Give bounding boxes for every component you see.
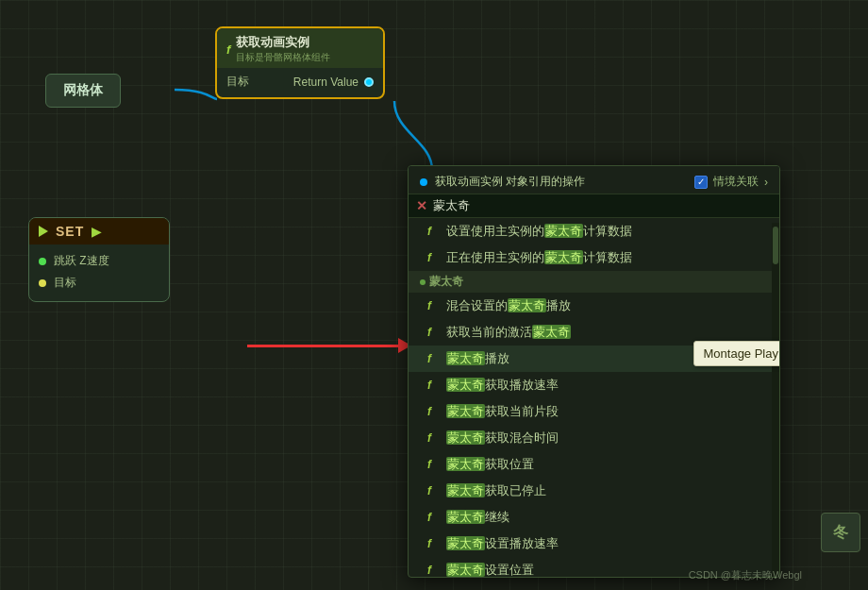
search-bar[interactable]: ✕ bbox=[409, 194, 779, 218]
context-arrow: › bbox=[764, 176, 768, 189]
func-icon-9: f bbox=[427, 458, 441, 471]
menu-item-1[interactable]: f 设置使用主实例的蒙太奇计算数据 bbox=[409, 218, 779, 244]
func-icon-5: f bbox=[427, 352, 441, 365]
menu-item-11[interactable]: f 蒙太奇继续 bbox=[409, 504, 779, 531]
menu-item-7[interactable]: f 蒙太奇获取当前片段 bbox=[409, 398, 779, 425]
highlight-11: 蒙太奇 bbox=[446, 510, 485, 524]
menu-item-6-text: 蒙太奇获取播放速率 bbox=[446, 377, 559, 394]
highlight-13: 蒙太奇 bbox=[446, 563, 485, 577]
menu-item-12-text: 蒙太奇设置播放速率 bbox=[446, 535, 559, 552]
section-dot bbox=[420, 279, 426, 285]
panel-header-left: 获取动画实例 对象引用的操作 bbox=[420, 174, 585, 190]
node-getanim-subtitle: 目标是骨骼网格体组件 bbox=[236, 51, 330, 64]
context-panel: 获取动画实例 对象引用的操作 ✓ 情境关联 › ✕ f 设置使用主实例的蒙太奇计… bbox=[408, 165, 780, 578]
menu-item-12[interactable]: f 蒙太奇设置播放速率 bbox=[409, 531, 779, 557]
panel-scrollbar[interactable] bbox=[772, 223, 779, 577]
menu-item-2-text: 正在使用主实例的蒙太奇计算数据 bbox=[446, 249, 632, 266]
menu-item-3[interactable]: f 混合设置的蒙太奇播放 bbox=[409, 293, 779, 319]
dot-green-1 bbox=[39, 258, 46, 265]
menu-item-1-text: 设置使用主实例的蒙太奇计算数据 bbox=[446, 223, 632, 240]
node-getanim[interactable]: f 获取动画实例 目标是骨骼网格体组件 目标 Return Value bbox=[215, 26, 385, 99]
menu-item-13-text: 蒙太奇设置位置 bbox=[446, 562, 534, 577]
set-row-2-label: 目标 bbox=[54, 275, 76, 291]
watermark-box: 冬 bbox=[821, 513, 860, 552]
menu-item-3-text: 混合设置的蒙太奇播放 bbox=[446, 297, 571, 314]
func-icon-6: f bbox=[427, 379, 441, 392]
highlight-9: 蒙太奇 bbox=[446, 457, 485, 471]
menu-item-9-text: 蒙太奇获取位置 bbox=[446, 456, 534, 473]
section-divider: 蒙太奇 bbox=[409, 271, 779, 293]
menu-item-9[interactable]: f 蒙太奇获取位置 bbox=[409, 451, 779, 478]
set-row-1-label: 跳跃 Z速度 bbox=[54, 253, 109, 269]
output-port bbox=[364, 77, 374, 87]
scroll-thumb bbox=[773, 227, 778, 264]
set-title: SET bbox=[56, 224, 84, 239]
node-set[interactable]: SET ▶ 跳跃 Z速度 目标 bbox=[28, 217, 170, 302]
panel-header-right: ✓ 情境关联 › bbox=[694, 174, 768, 190]
func-icon-4: f bbox=[427, 326, 441, 339]
menu-item-2[interactable]: f 正在使用主实例的蒙太奇计算数据 bbox=[409, 244, 779, 271]
highlight-12: 蒙太奇 bbox=[446, 536, 485, 550]
func-icon-10: f bbox=[427, 484, 441, 497]
node-set-body: 跳跃 Z速度 目标 bbox=[29, 244, 169, 301]
section-title: 蒙太奇 bbox=[429, 274, 463, 290]
node-getanim-header: f 获取动画实例 目标是骨骼网格体组件 bbox=[217, 28, 383, 68]
func-icon-8: f bbox=[427, 431, 441, 445]
tooltip-text: Montage Play bbox=[704, 346, 779, 361]
port-return-label: Return Value bbox=[293, 76, 359, 89]
tooltip-box: Montage Play bbox=[693, 341, 781, 366]
menu-item-11-text: 蒙太奇继续 bbox=[446, 509, 509, 526]
context-label: 情境关联 bbox=[713, 174, 759, 190]
set-row-1: 跳跃 Z速度 bbox=[39, 250, 159, 272]
panel-header: 获取动画实例 对象引用的操作 ✓ 情境关联 › bbox=[409, 166, 779, 194]
exec-out-arrow: ▶ bbox=[92, 224, 102, 239]
watermark-icon: 冬 bbox=[833, 523, 848, 543]
highlight-10: 蒙太奇 bbox=[446, 483, 485, 497]
context-dot bbox=[420, 178, 427, 186]
node-set-header: SET ▶ bbox=[29, 218, 169, 244]
node-getanim-body: 目标 Return Value bbox=[217, 68, 383, 97]
func-icon: f bbox=[226, 42, 230, 57]
node-mesh[interactable]: 网格体 bbox=[45, 74, 121, 108]
search-input[interactable] bbox=[433, 199, 772, 213]
port-right: Return Value bbox=[293, 76, 374, 89]
exec-in-arrow bbox=[39, 226, 48, 237]
port-target-label: 目标 bbox=[226, 74, 249, 90]
menu-item-4-text: 获取当前的激活蒙太奇 bbox=[446, 324, 571, 341]
highlight-8: 蒙太奇 bbox=[446, 430, 485, 445]
highlight-1: 蒙太奇 bbox=[544, 224, 583, 238]
func-icon-7: f bbox=[427, 405, 441, 418]
set-row-2: 目标 bbox=[39, 272, 159, 294]
func-icon-1: f bbox=[427, 225, 441, 238]
func-icon-3: f bbox=[427, 299, 441, 312]
func-icon-2: f bbox=[427, 251, 441, 264]
menu-item-8-text: 蒙太奇获取混合时间 bbox=[446, 430, 559, 447]
func-icon-12: f bbox=[427, 537, 441, 550]
menu-item-6[interactable]: f 蒙太奇获取播放速率 bbox=[409, 372, 779, 398]
menu-item-5-text: 蒙太奇播放 bbox=[446, 350, 509, 367]
highlight-6: 蒙太奇 bbox=[446, 378, 485, 392]
highlight-3: 蒙太奇 bbox=[508, 298, 546, 312]
highlight-2: 蒙太奇 bbox=[544, 250, 583, 264]
context-checkbox[interactable]: ✓ bbox=[694, 176, 708, 189]
highlight-4: 蒙太奇 bbox=[532, 325, 571, 339]
menu-item-10-text: 蒙太奇获取已停止 bbox=[446, 482, 546, 499]
menu-item-7-text: 蒙太奇获取当前片段 bbox=[446, 403, 559, 420]
node-getanim-title: 获取动画实例 bbox=[236, 34, 330, 51]
csdn-text: CSDN @暮志未晚Webgl bbox=[689, 569, 802, 581]
node-mesh-label: 网格体 bbox=[63, 82, 103, 97]
highlight-5: 蒙太奇 bbox=[446, 351, 485, 365]
func-icon-11: f bbox=[427, 511, 441, 524]
panel-header-title: 获取动画实例 对象引用的操作 bbox=[435, 174, 585, 190]
func-icon-13: f bbox=[427, 564, 441, 577]
menu-items-list: f 设置使用主实例的蒙太奇计算数据 f 正在使用主实例的蒙太奇计算数据 蒙太奇 … bbox=[409, 218, 779, 577]
search-clear-icon[interactable]: ✕ bbox=[416, 198, 427, 213]
highlight-7: 蒙太奇 bbox=[446, 404, 485, 418]
menu-item-10[interactable]: f 蒙太奇获取已停止 bbox=[409, 478, 779, 504]
menu-item-8[interactable]: f 蒙太奇获取混合时间 bbox=[409, 425, 779, 451]
csdn-watermark: CSDN @暮志未晚Webgl bbox=[689, 568, 802, 582]
dot-yellow-2 bbox=[39, 279, 46, 287]
